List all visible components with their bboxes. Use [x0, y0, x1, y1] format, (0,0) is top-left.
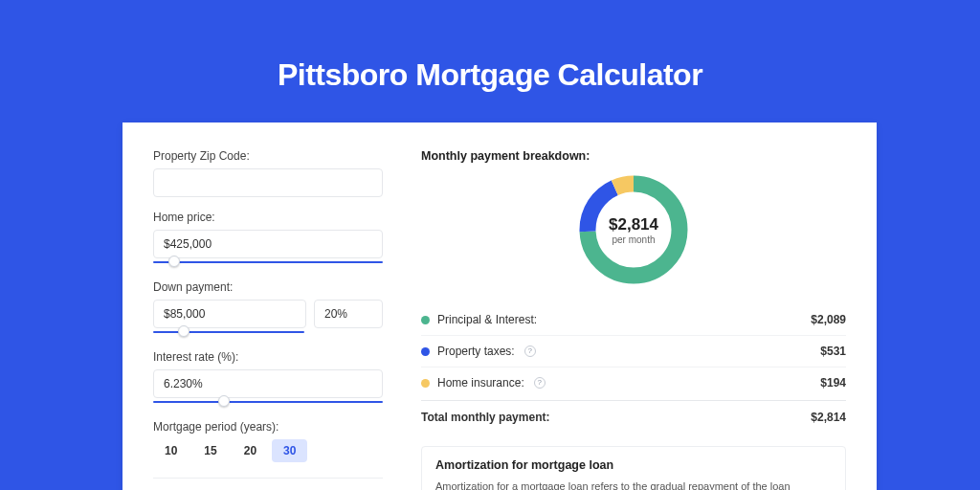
info-icon[interactable]: ? [534, 377, 546, 389]
divider [153, 478, 383, 479]
donut-amount: $2,814 [609, 215, 658, 234]
zip-label: Property Zip Code: [153, 149, 383, 163]
breakdown-row: Principal & Interest:$2,089 [421, 304, 846, 336]
amortization-card: Amortization for mortgage loan Amortizat… [421, 446, 846, 490]
period-segmented: 10152030 [153, 439, 383, 462]
breakdown-label: Property taxes: [437, 345, 515, 358]
legend-dot [421, 379, 430, 388]
period-option-15[interactable]: 15 [192, 439, 228, 462]
zip-input[interactable] [153, 168, 383, 197]
donut-chart: $2,814 per month [576, 172, 691, 287]
amortization-text: Amortization for a mortgage loan refers … [435, 479, 832, 490]
home-price-input[interactable] [153, 230, 383, 258]
breakdown-column: Monthly payment breakdown: $2,814 per mo… [421, 149, 846, 490]
interest-rate-slider-thumb[interactable] [218, 395, 230, 407]
home-price-slider-thumb[interactable] [168, 256, 180, 267]
breakdown-label: Home insurance: [437, 376, 524, 390]
interest-rate-slider[interactable] [153, 397, 383, 407]
donut-sub: per month [612, 234, 655, 245]
breakdown-heading: Monthly payment breakdown: [421, 149, 846, 163]
home-price-field: Home price: [153, 211, 383, 267]
down-payment-field: Down payment: [153, 280, 383, 337]
breakdown-row: Home insurance:?$194 [421, 368, 846, 398]
legend-dot [421, 316, 430, 324]
page-title: Pittsboro Mortgage Calculator [0, 0, 980, 122]
down-pct-input[interactable] [314, 300, 383, 328]
info-icon[interactable]: ? [524, 345, 536, 357]
down-payment-slider-thumb[interactable] [178, 325, 189, 337]
breakdown-rows: Principal & Interest:$2,089Property taxe… [421, 304, 846, 398]
calculator-panel: Property Zip Code: Home price: Down paym… [122, 122, 877, 490]
period-field: Mortgage period (years): 10152030 [153, 420, 383, 462]
amortization-title: Amortization for mortgage loan [435, 458, 832, 472]
down-payment-label: Down payment: [153, 280, 383, 294]
interest-rate-field: Interest rate (%): [153, 350, 383, 407]
down-amount-input[interactable] [153, 300, 306, 328]
breakdown-value: $194 [820, 376, 846, 390]
breakdown-row: Property taxes:?$531 [421, 336, 846, 368]
total-label: Total monthly payment: [421, 411, 549, 424]
interest-rate-input[interactable] [153, 369, 383, 398]
period-option-30[interactable]: 30 [272, 439, 307, 462]
period-label: Mortgage period (years): [153, 420, 383, 434]
total-value: $2,814 [811, 411, 846, 424]
period-option-10[interactable]: 10 [153, 439, 189, 462]
form-column: Property Zip Code: Home price: Down paym… [153, 149, 383, 490]
period-option-20[interactable]: 20 [233, 439, 268, 462]
interest-rate-label: Interest rate (%): [153, 350, 383, 364]
legend-dot [421, 347, 430, 356]
breakdown-value: $2,089 [811, 313, 846, 326]
breakdown-value: $531 [820, 345, 846, 358]
total-row: Total monthly payment: $2,814 [421, 400, 846, 433]
breakdown-label: Principal & Interest: [437, 313, 537, 326]
home-price-label: Home price: [153, 211, 383, 224]
home-price-slider[interactable] [153, 257, 383, 267]
down-payment-slider[interactable] [153, 327, 304, 337]
zip-field: Property Zip Code: [153, 149, 383, 197]
